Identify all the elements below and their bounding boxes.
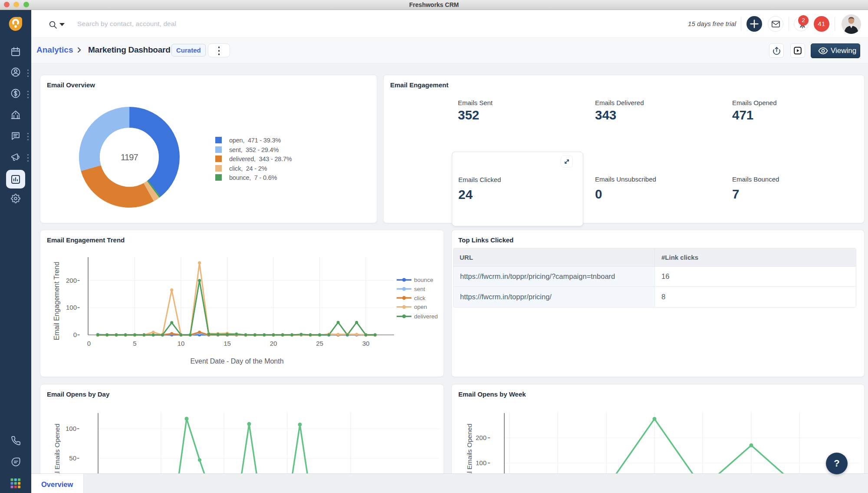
svg-text:open: open xyxy=(414,304,427,310)
svg-text:Total Emails Opened: Total Emails Opened xyxy=(53,424,61,473)
svg-text:1197: 1197 xyxy=(121,152,138,162)
svg-text:Total Emails Opened: Total Emails Opened xyxy=(466,424,473,473)
svg-text:25: 25 xyxy=(316,340,323,347)
svg-text:click: click xyxy=(414,295,425,301)
svg-text:100: 100 xyxy=(66,304,77,311)
svg-text:delivered: delivered xyxy=(414,313,438,320)
svg-text:100: 100 xyxy=(66,425,76,432)
svg-text:Event Date - Day of the Month: Event Date - Day of the Month xyxy=(190,357,283,365)
svg-text:30: 30 xyxy=(362,340,370,347)
svg-text:10: 10 xyxy=(178,340,185,347)
svg-text:0: 0 xyxy=(73,331,77,338)
svg-text:Email Engagement Trend: Email Engagement Trend xyxy=(53,262,60,341)
svg-text:50: 50 xyxy=(69,454,76,462)
svg-text:20: 20 xyxy=(270,340,277,347)
svg-text:sent: sent xyxy=(414,286,425,292)
svg-text:200: 200 xyxy=(476,434,487,441)
svg-text:0: 0 xyxy=(87,340,91,347)
svg-text:bounce: bounce xyxy=(414,277,433,283)
svg-text:5: 5 xyxy=(133,340,136,347)
svg-text:100: 100 xyxy=(476,459,487,467)
svg-text:15: 15 xyxy=(224,340,231,347)
svg-text:200: 200 xyxy=(66,277,77,284)
